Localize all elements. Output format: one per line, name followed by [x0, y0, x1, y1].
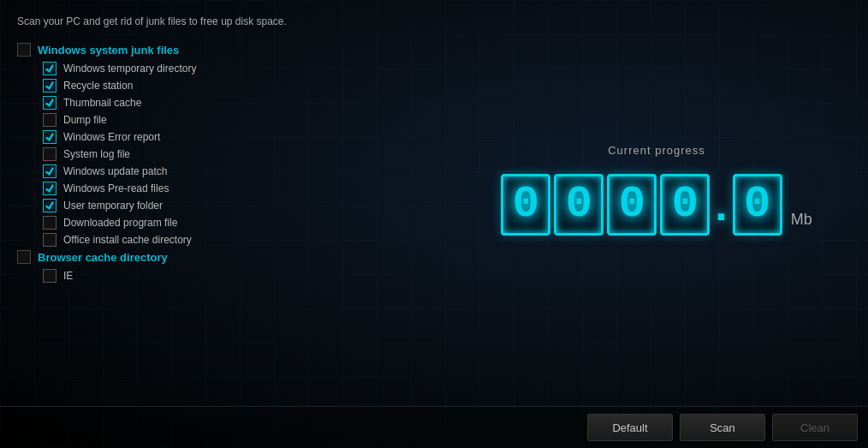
item-label-preread: Windows Pre-read files — [63, 182, 169, 194]
checkbox-office-cache[interactable] — [43, 233, 56, 247]
digit-4: 0 — [660, 174, 710, 236]
item-row-preread: Windows Pre-read files — [17, 182, 462, 195]
checkbox-recycle[interactable] — [43, 79, 56, 93]
digit-decimal: 0 — [733, 174, 782, 236]
item-row-dump: Dump file — [17, 113, 462, 127]
checkbox-ie[interactable] — [43, 269, 56, 283]
checkbox-error-report[interactable] — [43, 130, 56, 144]
item-row-downloaded: Downloaded program file — [17, 216, 462, 230]
item-label-error-report: Windows Error report — [63, 131, 160, 143]
item-row-user-temp: User temporary folder — [17, 199, 462, 212]
item-label-update-patch: Windows update patch — [63, 165, 167, 177]
checkbox-thumbnail[interactable] — [43, 96, 56, 110]
item-label-thumbnail: Thumbnail cache — [63, 97, 141, 109]
digit-2: 0 — [554, 174, 603, 236]
checkbox-dump[interactable] — [43, 113, 56, 127]
item-row-update-patch: Windows update patch — [17, 164, 462, 178]
main-container: Scan your PC and get rid of junk files t… — [0, 0, 868, 448]
item-label-ie: IE — [63, 270, 73, 282]
item-label-win-temp: Windows temporary directory — [63, 63, 196, 75]
item-row-thumbnail: Thumbnail cache — [17, 96, 462, 110]
checkbox-browser-cache[interactable] — [17, 250, 31, 264]
item-label-dump: Dump file — [63, 114, 107, 126]
digit-1: 0 — [501, 174, 550, 236]
category-label-browser-cache: Browser cache directory — [38, 251, 168, 264]
item-row-office-cache: Office install cache directory — [17, 233, 462, 247]
content-area: Scan your PC and get rid of junk files t… — [0, 0, 868, 406]
checkbox-update-patch[interactable] — [43, 164, 56, 178]
category-row-browser-cache[interactable]: Browser cache directory — [17, 250, 462, 264]
progress-label: Current progress — [608, 144, 705, 157]
item-row-error-report: Windows Error report — [17, 130, 462, 144]
checkbox-windows-junk[interactable] — [17, 43, 31, 57]
item-row-ie: IE — [17, 269, 462, 283]
digit-3: 0 — [607, 174, 657, 236]
categories-container: Windows system junk filesWindows tempora… — [17, 43, 462, 283]
item-row-syslog: System log file — [17, 147, 462, 161]
bottom-bar: Default Scan Clean — [0, 406, 868, 448]
item-label-downloaded: Downloaded program file — [63, 217, 177, 229]
item-label-user-temp: User temporary folder — [63, 200, 163, 212]
clean-button[interactable]: Clean — [772, 414, 858, 441]
checkbox-win-temp[interactable] — [43, 62, 56, 75]
item-label-office-cache: Office install cache directory — [63, 234, 192, 246]
item-row-recycle: Recycle station — [17, 79, 462, 93]
progress-display: 0 0 0 0 . 0 Mb — [501, 174, 812, 236]
left-panel: Scan your PC and get rid of junk files t… — [17, 15, 462, 397]
category-row-windows-junk[interactable]: Windows system junk files — [17, 43, 462, 57]
checkbox-user-temp[interactable] — [43, 199, 56, 212]
description-text: Scan your PC and get rid of junk files t… — [17, 15, 462, 27]
default-button[interactable]: Default — [587, 414, 673, 441]
category-label-windows-junk: Windows system junk files — [38, 44, 179, 57]
checkbox-downloaded[interactable] — [43, 216, 56, 230]
item-label-recycle: Recycle station — [63, 80, 133, 92]
scan-button[interactable]: Scan — [680, 414, 765, 441]
decimal-dot: . — [715, 179, 727, 230]
checkbox-preread[interactable] — [43, 182, 56, 195]
unit-label: Mb — [791, 211, 812, 236]
item-label-syslog: System log file — [63, 148, 130, 160]
checkbox-syslog[interactable] — [43, 147, 56, 161]
right-panel: Current progress 0 0 0 0 . 0 Mb — [462, 15, 851, 397]
item-row-win-temp: Windows temporary directory — [17, 62, 462, 75]
